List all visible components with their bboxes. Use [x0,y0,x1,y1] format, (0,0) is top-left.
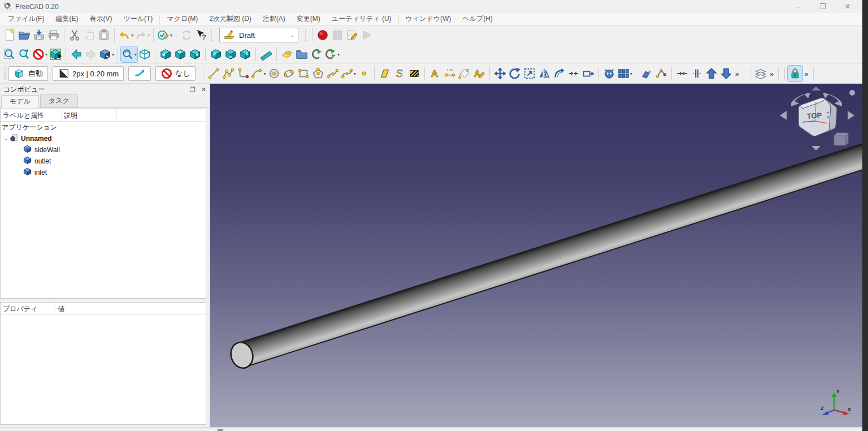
make-sub-link-button[interactable]: ▾ [324,46,340,62]
make-sub-link-dropdown-arrow[interactable]: ▾ [337,52,340,57]
draft-offset-button[interactable] [552,66,566,81]
draft-stretch-button[interactable] [581,66,596,81]
draft-arc-dropdown-arrow[interactable]: ▾ [264,71,266,76]
draw-style-dropdown-arrow[interactable]: ▾ [112,52,114,57]
menu-item-4[interactable]: ツール(T) [118,13,158,25]
tree-item-outlet[interactable]: outlet [1,156,206,167]
menu-item-1[interactable]: ファイル(F) [2,13,50,25]
3d-viewport[interactable]: TOP Y X Z [210,84,862,427]
subelement-highlight-button[interactable] [602,66,617,81]
restore-button[interactable]: ❐ [810,0,835,13]
draft-trimex-button[interactable] [566,66,581,81]
print-button[interactable] [46,27,61,43]
layers-button[interactable] [753,66,768,81]
autogroup-tray-button[interactable]: なし [155,66,196,81]
draft-bezier-button[interactable]: ▾ [340,66,357,81]
draft-bezier-dropdown-arrow[interactable]: ▾ [354,71,356,76]
menu-item-10[interactable]: ウィンドウ(W) [400,13,457,25]
cut-button[interactable] [67,27,82,43]
draft-move-button[interactable] [493,66,507,81]
draft-rotate-button[interactable] [507,66,522,81]
box-selection-button[interactable] [48,46,63,62]
redo-dropdown-arrow[interactable]: ▾ [147,33,150,38]
tree-item-sidewall[interactable]: sideWall [1,144,206,156]
draft-label-button[interactable] [457,66,472,81]
annotation-styles-button[interactable]: A [472,66,487,81]
tree-root-application[interactable]: アプリケーション [1,122,206,133]
menu-item-8[interactable]: 変更(M) [291,13,326,25]
create-part-button[interactable] [280,46,294,62]
macro-record-button[interactable] [315,27,330,43]
tree-col-label[interactable]: ラベルと属性 [1,109,62,121]
menu-item-11[interactable]: ヘルプ(H) [457,13,498,25]
draft-ellipse-button[interactable] [281,66,296,81]
open-file-button[interactable] [17,27,32,43]
undo-dropdown-arrow[interactable]: ▾ [131,33,133,38]
menu-item-6[interactable]: 2次元製図 (D) [203,13,257,25]
view-left-button[interactable] [238,46,253,62]
edit-mode-button[interactable]: ▾ [157,27,173,43]
view-front-button[interactable] [158,46,173,62]
draw-style-button[interactable]: ▾ [98,46,115,62]
panel-close-button[interactable]: ✕ [201,86,206,93]
draft-upgrade-button[interactable] [704,66,719,81]
menu-item-2[interactable]: 編集(E) [50,13,84,25]
draft-array-dropdown-arrow[interactable]: ▾ [630,71,632,76]
tree-item-inlet[interactable]: inlet [1,167,206,178]
close-button[interactable]: ✕ [835,0,860,13]
menu-item-7[interactable]: 注釈(A) [257,13,291,25]
make-link-button[interactable] [309,46,324,62]
sync-view-dropdown-arrow[interactable]: ▾ [134,52,137,57]
draft-shapestring-button[interactable]: S [392,66,407,81]
view-bottom-button[interactable] [223,46,238,62]
draft-join-button[interactable] [675,66,689,81]
clipping-plane-button[interactable]: ▾ [32,46,48,62]
minimize-button[interactable]: – [785,0,810,13]
draft-split-button[interactable] [689,66,704,81]
set-style-tray-button[interactable]: 2px | 0.20 mm [53,66,124,81]
undo-button[interactable]: ▾ [118,27,134,43]
tree-col-desc[interactable]: 説明 [62,109,117,121]
snap-lock-button[interactable] [788,66,802,81]
toolbar-overflow-button[interactable]: » [802,70,810,78]
toolbar-overflow-button[interactable]: » [734,70,741,78]
draft-facebinder-button[interactable] [377,66,392,81]
toolbar-overflow-button[interactable]: » [768,70,775,78]
view-right-button[interactable] [188,46,202,62]
prop-col-value[interactable]: 値 [55,303,206,314]
view-top-button[interactable] [173,46,188,62]
draft-bspline-button[interactable] [326,66,340,81]
draft-wire-button[interactable] [221,66,236,81]
draft-dimension-button[interactable]: 1.00 [442,66,457,81]
new-file-button[interactable] [2,27,17,43]
shape-to-draft-button[interactable] [639,66,654,81]
menu-item-5[interactable]: マクロ(M) [161,13,203,25]
menu-item-9[interactable]: ユーティリティ (U) [326,13,397,25]
edit-mode-dropdown-arrow[interactable]: ▾ [170,33,172,38]
paste-button[interactable] [97,27,111,43]
draft-polygon-button[interactable] [311,66,326,81]
construction-mode-tray-button[interactable] [128,66,151,81]
measure-distance-button[interactable] [259,46,274,62]
view-isometric-button[interactable] [137,46,152,62]
menu-item-3[interactable]: 表示(V) [84,13,118,25]
fit-all-button[interactable] [2,46,17,62]
sync-view-button[interactable]: ▾ [121,46,137,62]
whats-this-button[interactable]: ? [194,27,209,43]
tab-model[interactable]: モデル [1,95,39,108]
draft-hatch-button[interactable] [407,66,422,81]
create-group-button[interactable] [294,46,309,62]
workbench-selector[interactable]: Draft⌄ [219,28,298,42]
draft-point-button[interactable] [357,66,371,81]
view-rear-button[interactable] [209,46,223,62]
draft-downgrade-button[interactable] [719,66,734,81]
tree-item-document[interactable]: ⌄Unnamed [1,133,206,144]
draft-scale-button[interactable] [522,66,537,81]
tab-tasks[interactable]: タスク [40,94,78,107]
clipping-plane-dropdown-arrow[interactable]: ▾ [45,52,47,57]
navigation-cube[interactable]: TOP [775,86,860,155]
prop-col-name[interactable]: プロパティ [1,303,55,314]
draft-array-button[interactable]: ▾ [617,66,633,81]
draft-line-button[interactable] [206,66,221,81]
macro-edit-button[interactable] [345,27,359,43]
